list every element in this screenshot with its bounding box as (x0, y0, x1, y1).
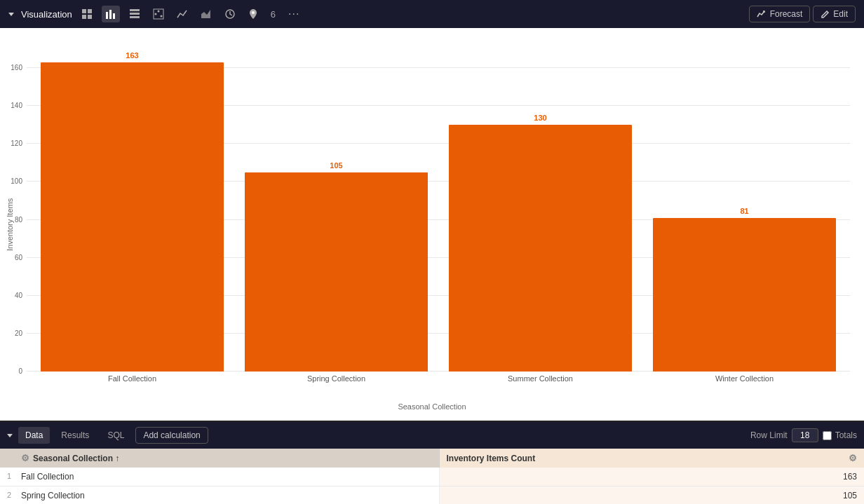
y-tick-label: 40 (15, 291, 27, 299)
bar-value-label: 105 (330, 161, 342, 170)
row-number: 1 (0, 468, 14, 486)
cell-seasonal: Spring Collection (14, 486, 440, 504)
cell-count: 105 (440, 486, 865, 504)
bottom-panel: Data Results SQL Add calculation Row Lim… (0, 421, 864, 504)
edit-button[interactable]: Edit (813, 6, 856, 22)
row-limit-input[interactable] (792, 428, 818, 442)
chart-area: Inventory Items 020406080100120140160 16… (0, 28, 864, 421)
bar-value-label: 130 (534, 114, 546, 122)
svg-point-16 (252, 11, 255, 14)
svg-marker-14 (201, 10, 210, 18)
bar[interactable] (245, 172, 428, 372)
row-number: 2 (0, 486, 14, 504)
forecast-button[interactable]: Forecast (749, 6, 811, 22)
totals-checkbox[interactable] (823, 431, 832, 440)
table-view-button[interactable] (126, 6, 144, 22)
bar-chart-button[interactable] (102, 6, 120, 22)
y-tick-label: 60 (15, 253, 27, 261)
top-toolbar: Visualization (0, 0, 864, 28)
bar-category-label: Winter Collection (653, 372, 836, 383)
more-button[interactable]: ··· (285, 5, 303, 23)
forecast-label: Forecast (770, 9, 803, 19)
svg-rect-3 (88, 15, 92, 19)
row-limit-label: Row Limit (750, 430, 788, 440)
more-label: ··· (288, 8, 299, 20)
visualization-title: Visualization (21, 9, 72, 20)
cell-count: 163 (440, 468, 865, 486)
y-tick-label: 0 (18, 367, 27, 375)
map-button[interactable] (245, 6, 262, 22)
bar-group[interactable]: 105Spring Collection (245, 49, 428, 372)
y-tick-label: 20 (15, 329, 27, 336)
bar-category-label: Spring Collection (245, 372, 428, 383)
area-chart-button[interactable] (197, 6, 215, 22)
bar-value-label: 163 (126, 51, 138, 60)
svg-rect-0 (82, 9, 86, 13)
svg-rect-6 (113, 13, 115, 19)
six-label: 6 (271, 9, 276, 20)
y-tick-label: 100 (11, 177, 27, 185)
row-limit-area: Row Limit (750, 428, 818, 442)
bar[interactable] (41, 62, 224, 372)
table-body: 1Fall Collection1632Spring Collection105… (0, 468, 864, 504)
svg-point-11 (154, 13, 156, 15)
bar[interactable] (449, 125, 632, 372)
bar-category-label: Fall Collection (41, 372, 224, 383)
edit-label: Edit (833, 9, 848, 19)
bar[interactable] (653, 218, 836, 372)
x-axis-title: Seasonal Collection (0, 402, 864, 411)
bar-group[interactable]: 130Summer Collection (449, 49, 632, 372)
totals-label: Totals (835, 430, 857, 440)
col1-header-text: Seasonal Collection ↑ (33, 454, 119, 463)
toolbar-right: Forecast Edit (749, 6, 856, 22)
bar-group[interactable]: 81Winter Collection (653, 49, 836, 372)
y-tick-label: 160 (11, 64, 27, 71)
svg-rect-9 (130, 16, 140, 18)
toolbar-left: Visualization (8, 5, 743, 23)
add-calculation-button[interactable]: Add calculation (135, 427, 208, 444)
cell-seasonal: Fall Collection (14, 468, 440, 486)
grid-view-button[interactable] (78, 6, 96, 22)
y-tick-label: 80 (15, 215, 27, 223)
seasonal-gear-icon[interactable]: ⚙ (21, 453, 29, 463)
row-num-spacer (0, 449, 14, 468)
bar-group[interactable]: 163Fall Collection (41, 49, 224, 372)
chart-inner: 020406080100120140160 163Fall Collection… (20, 35, 864, 400)
bar-category-label: Summer Collection (449, 372, 632, 383)
table-row: 2Spring Collection105 (0, 486, 864, 504)
col2-header-text: Inventory Items Count (447, 454, 536, 463)
table-row: 1Fall Collection163 (0, 468, 864, 486)
svg-rect-1 (88, 9, 92, 13)
bottom-toolbar: Data Results SQL Add calculation Row Lim… (0, 422, 864, 449)
clock-button[interactable] (221, 6, 239, 22)
svg-point-12 (157, 11, 159, 13)
chart-container: Inventory Items 020406080100120140160 16… (0, 35, 864, 400)
tab-data[interactable]: Data (18, 427, 50, 444)
svg-point-13 (160, 15, 162, 18)
y-tick-label: 120 (11, 139, 27, 147)
svg-rect-8 (130, 13, 140, 15)
tab-results[interactable]: Results (54, 427, 96, 444)
data-chevron[interactable] (7, 434, 13, 437)
totals-area: Totals (823, 430, 857, 440)
svg-rect-2 (82, 15, 86, 19)
six-button[interactable]: 6 (267, 6, 279, 22)
bar-value-label: 81 (740, 207, 748, 215)
svg-rect-7 (130, 9, 140, 11)
line-chart-button[interactable] (173, 6, 191, 22)
inventory-gear-icon[interactable]: ⚙ (849, 453, 857, 463)
bars-area: 163Fall Collection105Spring Collection13… (27, 49, 850, 372)
col-header-seasonal: ⚙ Seasonal Collection ↑ (14, 449, 440, 468)
col-header-inventory: Inventory Items Count ⚙ (440, 449, 865, 468)
table-header: ⚙ Seasonal Collection ↑ Inventory Items … (0, 449, 864, 468)
scatter-button[interactable] (149, 6, 168, 22)
y-tick-label: 140 (11, 102, 27, 109)
svg-rect-5 (109, 10, 112, 19)
tab-sql[interactable]: SQL (100, 427, 131, 444)
svg-rect-4 (106, 12, 108, 19)
visualization-chevron[interactable] (8, 13, 14, 16)
